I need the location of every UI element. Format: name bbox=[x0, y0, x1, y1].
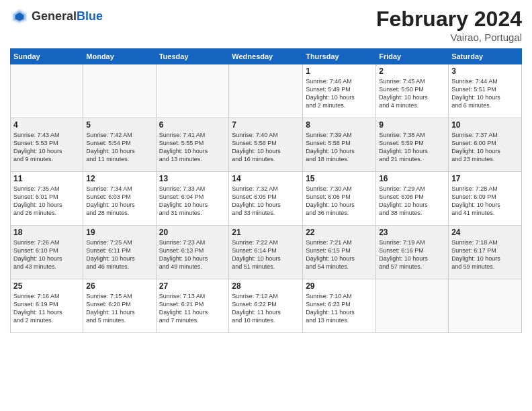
day-info: Sunrise: 7:28 AM Sunset: 6:09 PM Dayligh… bbox=[451, 185, 519, 218]
day-info: Sunrise: 7:29 AM Sunset: 6:08 PM Dayligh… bbox=[379, 185, 445, 218]
table-row: 23Sunrise: 7:19 AM Sunset: 6:16 PM Dayli… bbox=[376, 226, 449, 279]
day-info: Sunrise: 7:23 AM Sunset: 6:13 PM Dayligh… bbox=[159, 238, 226, 271]
day-number: 3 bbox=[451, 66, 519, 76]
logo: GeneralBlue bbox=[10, 7, 103, 26]
col-sunday: Sunday bbox=[11, 49, 83, 64]
day-number: 15 bbox=[306, 174, 373, 183]
day-info: Sunrise: 7:22 AM Sunset: 6:14 PM Dayligh… bbox=[232, 238, 300, 271]
day-number: 1 bbox=[306, 66, 373, 76]
table-row bbox=[83, 64, 156, 118]
month-year: February 2024 bbox=[376, 7, 522, 32]
table-row: 27Sunrise: 7:13 AM Sunset: 6:21 PM Dayli… bbox=[156, 279, 229, 333]
day-info: Sunrise: 7:37 AM Sunset: 6:00 PM Dayligh… bbox=[451, 131, 519, 164]
day-info: Sunrise: 7:16 AM Sunset: 6:19 PM Dayligh… bbox=[13, 292, 80, 325]
col-monday: Monday bbox=[83, 49, 156, 64]
col-friday: Friday bbox=[376, 49, 449, 64]
day-info: Sunrise: 7:19 AM Sunset: 6:16 PM Dayligh… bbox=[379, 238, 445, 271]
day-number: 25 bbox=[13, 281, 80, 291]
day-info: Sunrise: 7:34 AM Sunset: 6:03 PM Dayligh… bbox=[86, 185, 152, 218]
day-number: 22 bbox=[306, 228, 373, 237]
table-row: 24Sunrise: 7:18 AM Sunset: 6:17 PM Dayli… bbox=[449, 226, 522, 279]
col-thursday: Thursday bbox=[303, 49, 376, 64]
day-info: Sunrise: 7:43 AM Sunset: 5:53 PM Dayligh… bbox=[13, 131, 80, 164]
location: Vairao, Portugal bbox=[376, 32, 522, 43]
table-row: 18Sunrise: 7:26 AM Sunset: 6:10 PM Dayli… bbox=[11, 226, 83, 279]
day-number: 2 bbox=[379, 66, 445, 76]
day-number: 18 bbox=[13, 228, 80, 237]
day-number: 20 bbox=[159, 228, 226, 237]
day-info: Sunrise: 7:12 AM Sunset: 6:22 PM Dayligh… bbox=[232, 292, 300, 325]
day-number: 17 bbox=[451, 174, 519, 183]
logo-blue: Blue bbox=[77, 9, 103, 23]
table-row: 22Sunrise: 7:21 AM Sunset: 6:15 PM Dayli… bbox=[303, 226, 376, 279]
page-container: GeneralBlue February 2024 Vairao, Portug… bbox=[0, 0, 532, 340]
day-info: Sunrise: 7:10 AM Sunset: 6:23 PM Dayligh… bbox=[306, 292, 373, 325]
table-row: 10Sunrise: 7:37 AM Sunset: 6:00 PM Dayli… bbox=[449, 118, 522, 172]
day-info: Sunrise: 7:33 AM Sunset: 6:04 PM Dayligh… bbox=[159, 185, 226, 218]
day-number: 7 bbox=[232, 120, 300, 130]
day-info: Sunrise: 7:32 AM Sunset: 6:05 PM Dayligh… bbox=[232, 185, 300, 218]
day-info: Sunrise: 7:45 AM Sunset: 5:50 PM Dayligh… bbox=[379, 77, 445, 110]
col-wednesday: Wednesday bbox=[229, 49, 303, 64]
table-row: 9Sunrise: 7:38 AM Sunset: 5:59 PM Daylig… bbox=[376, 118, 449, 172]
calendar-week-1: 4Sunrise: 7:43 AM Sunset: 5:53 PM Daylig… bbox=[11, 118, 522, 172]
day-info: Sunrise: 7:18 AM Sunset: 6:17 PM Dayligh… bbox=[451, 238, 519, 271]
calendar: Sunday Monday Tuesday Wednesday Thursday… bbox=[10, 48, 522, 333]
day-info: Sunrise: 7:35 AM Sunset: 6:01 PM Dayligh… bbox=[13, 185, 80, 218]
table-row: 12Sunrise: 7:34 AM Sunset: 6:03 PM Dayli… bbox=[83, 172, 156, 226]
table-row: 3Sunrise: 7:44 AM Sunset: 5:51 PM Daylig… bbox=[449, 64, 522, 118]
day-info: Sunrise: 7:42 AM Sunset: 5:54 PM Dayligh… bbox=[86, 131, 152, 164]
table-row: 26Sunrise: 7:15 AM Sunset: 6:20 PM Dayli… bbox=[83, 279, 156, 333]
day-info: Sunrise: 7:15 AM Sunset: 6:20 PM Dayligh… bbox=[86, 292, 152, 325]
logo-general: General bbox=[32, 9, 77, 23]
day-info: Sunrise: 7:46 AM Sunset: 5:49 PM Dayligh… bbox=[306, 77, 373, 110]
table-row: 8Sunrise: 7:39 AM Sunset: 5:58 PM Daylig… bbox=[303, 118, 376, 172]
day-info: Sunrise: 7:40 AM Sunset: 5:56 PM Dayligh… bbox=[232, 131, 300, 164]
day-number: 19 bbox=[86, 228, 152, 237]
logo-icon bbox=[10, 7, 29, 26]
table-row: 4Sunrise: 7:43 AM Sunset: 5:53 PM Daylig… bbox=[11, 118, 83, 172]
day-info: Sunrise: 7:25 AM Sunset: 6:11 PM Dayligh… bbox=[86, 238, 152, 271]
table-row: 16Sunrise: 7:29 AM Sunset: 6:08 PM Dayli… bbox=[376, 172, 449, 226]
day-number: 13 bbox=[159, 174, 226, 183]
day-number: 6 bbox=[159, 120, 226, 130]
table-row: 20Sunrise: 7:23 AM Sunset: 6:13 PM Dayli… bbox=[156, 226, 229, 279]
table-row: 15Sunrise: 7:30 AM Sunset: 6:06 PM Dayli… bbox=[303, 172, 376, 226]
table-row bbox=[376, 279, 449, 333]
table-row: 5Sunrise: 7:42 AM Sunset: 5:54 PM Daylig… bbox=[83, 118, 156, 172]
table-row bbox=[229, 64, 303, 118]
calendar-header-row: Sunday Monday Tuesday Wednesday Thursday… bbox=[11, 49, 522, 64]
day-number: 29 bbox=[306, 281, 373, 291]
day-info: Sunrise: 7:44 AM Sunset: 5:51 PM Dayligh… bbox=[451, 77, 519, 110]
table-row: 11Sunrise: 7:35 AM Sunset: 6:01 PM Dayli… bbox=[11, 172, 83, 226]
table-row: 25Sunrise: 7:16 AM Sunset: 6:19 PM Dayli… bbox=[11, 279, 83, 333]
calendar-week-4: 25Sunrise: 7:16 AM Sunset: 6:19 PM Dayli… bbox=[11, 279, 522, 333]
table-row: 1Sunrise: 7:46 AM Sunset: 5:49 PM Daylig… bbox=[303, 64, 376, 118]
day-number: 12 bbox=[86, 174, 152, 183]
table-row: 2Sunrise: 7:45 AM Sunset: 5:50 PM Daylig… bbox=[376, 64, 449, 118]
table-row: 17Sunrise: 7:28 AM Sunset: 6:09 PM Dayli… bbox=[449, 172, 522, 226]
calendar-week-0: 1Sunrise: 7:46 AM Sunset: 5:49 PM Daylig… bbox=[11, 64, 522, 118]
title-section: February 2024 Vairao, Portugal bbox=[376, 7, 522, 43]
table-row: 13Sunrise: 7:33 AM Sunset: 6:04 PM Dayli… bbox=[156, 172, 229, 226]
table-row: 28Sunrise: 7:12 AM Sunset: 6:22 PM Dayli… bbox=[229, 279, 303, 333]
day-number: 16 bbox=[379, 174, 445, 183]
day-number: 4 bbox=[13, 120, 80, 130]
day-number: 23 bbox=[379, 228, 445, 237]
day-number: 11 bbox=[13, 174, 80, 183]
table-row: 6Sunrise: 7:41 AM Sunset: 5:55 PM Daylig… bbox=[156, 118, 229, 172]
day-info: Sunrise: 7:13 AM Sunset: 6:21 PM Dayligh… bbox=[159, 292, 226, 325]
table-row: 29Sunrise: 7:10 AM Sunset: 6:23 PM Dayli… bbox=[303, 279, 376, 333]
day-number: 28 bbox=[232, 281, 300, 291]
table-row bbox=[156, 64, 229, 118]
day-number: 10 bbox=[451, 120, 519, 130]
day-info: Sunrise: 7:39 AM Sunset: 5:58 PM Dayligh… bbox=[306, 131, 373, 164]
day-number: 24 bbox=[451, 228, 519, 237]
day-number: 8 bbox=[306, 120, 373, 130]
calendar-week-2: 11Sunrise: 7:35 AM Sunset: 6:01 PM Dayli… bbox=[11, 172, 522, 226]
table-row: 14Sunrise: 7:32 AM Sunset: 6:05 PM Dayli… bbox=[229, 172, 303, 226]
day-info: Sunrise: 7:26 AM Sunset: 6:10 PM Dayligh… bbox=[13, 238, 80, 271]
day-number: 9 bbox=[379, 120, 445, 130]
day-number: 27 bbox=[159, 281, 226, 291]
table-row: 21Sunrise: 7:22 AM Sunset: 6:14 PM Dayli… bbox=[229, 226, 303, 279]
